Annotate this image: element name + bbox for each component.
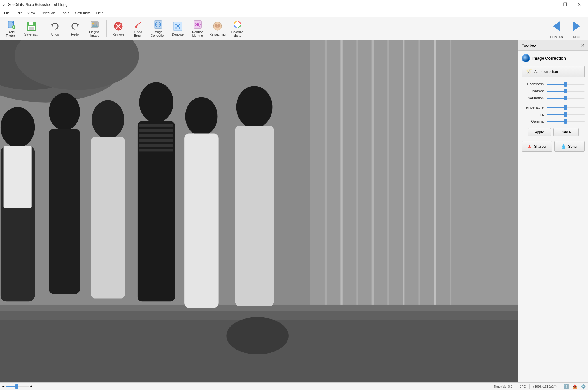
remove-icon — [113, 21, 124, 31]
svg-marker-10 — [51, 24, 53, 26]
sharpen-button[interactable]: 🔺 Sharpen — [522, 141, 552, 152]
file-dimensions: (1998x1312x24) — [533, 385, 557, 388]
saturation-slider[interactable] — [547, 98, 585, 99]
temperature-slider[interactable] — [547, 107, 585, 108]
window-title: SoftOrbits Photo Retoucher - old-5.jpg — [8, 3, 67, 7]
menu-view[interactable]: View — [24, 10, 38, 16]
svg-rect-68 — [139, 134, 173, 137]
canvas-area[interactable] — [0, 40, 518, 382]
contrast-slider[interactable] — [547, 91, 585, 92]
maximize-button[interactable]: ❐ — [558, 0, 572, 9]
colorize-photo-button[interactable]: Colorize photo — [228, 18, 247, 39]
title-bar-controls: — ❐ ✕ — [544, 0, 586, 9]
gamma-row: Gamma — [522, 119, 585, 123]
svg-rect-9 — [29, 27, 34, 30]
status-bar: − + Time (s): 0.0 JPG (1998x1312x24) ℹ️ … — [0, 382, 588, 390]
sharpen-soften-row: 🔺 Sharpen 💧 Soften — [522, 141, 585, 152]
image-correction-button[interactable]: Image Correction — [149, 18, 167, 39]
zoom-slider[interactable] — [6, 386, 29, 387]
undo-brush-label: Undo Brush — [130, 30, 146, 37]
sharpen-label: Sharpen — [534, 144, 547, 149]
correction-section-title: Image Correction — [532, 56, 566, 61]
menu-softorbits[interactable]: SoftOrbits — [72, 10, 93, 16]
status-separator-2 — [516, 384, 516, 389]
next-button[interactable]: Next — [567, 18, 586, 39]
sharpen-icon: 🔺 — [526, 144, 532, 149]
svg-rect-66 — [139, 124, 173, 127]
svg-point-30 — [179, 27, 180, 29]
main-area: Toolbox ✕ Image Co — [0, 40, 588, 382]
svg-point-60 — [49, 93, 80, 130]
brightness-row: Brightness — [522, 82, 585, 86]
save-as-button[interactable]: Save as... — [22, 18, 41, 39]
auto-correction-button[interactable]: 🪄 Auto correction — [522, 66, 585, 77]
denoise-label: Denoise — [172, 33, 184, 36]
undo-button[interactable]: Undo — [46, 18, 64, 39]
menu-selection[interactable]: Selection — [38, 10, 58, 16]
gamma-slider[interactable] — [547, 121, 585, 122]
toolbox-content: Image Correction 🪄 Auto correction Brigh… — [518, 51, 588, 382]
cancel-button[interactable]: Cancel — [553, 128, 579, 136]
menu-help[interactable]: Help — [94, 10, 107, 16]
remove-label: Remove — [113, 33, 124, 36]
undo-brush-button[interactable]: Undo Brush — [129, 18, 148, 39]
colorize-photo-label: Colorize photo — [229, 30, 245, 37]
svg-point-29 — [175, 27, 177, 29]
toolbox-panel: Toolbox ✕ Image Co — [518, 40, 588, 382]
denoise-icon — [173, 21, 183, 31]
svg-rect-65 — [138, 121, 175, 302]
soften-button[interactable]: 💧 Soften — [554, 141, 585, 152]
tint-slider[interactable] — [547, 114, 585, 115]
svg-rect-7 — [29, 22, 33, 25]
previous-label: Previous — [550, 35, 563, 38]
menu-file[interactable]: File — [1, 10, 13, 16]
settings-icon-button[interactable]: ⚙️ — [581, 384, 586, 389]
saturation-row: Saturation — [522, 96, 585, 100]
svg-rect-73 — [184, 133, 219, 308]
brightness-slider[interactable] — [547, 84, 585, 85]
denoise-button[interactable]: Denoise — [168, 18, 187, 39]
soften-label: Soften — [568, 144, 578, 149]
temperature-label: Temperature — [522, 105, 547, 110]
zoom-out-button[interactable]: − — [2, 384, 5, 389]
svg-marker-39 — [553, 21, 560, 31]
info-icon-button[interactable]: ℹ️ — [564, 384, 569, 389]
remove-button[interactable]: Remove — [109, 18, 128, 39]
apply-button[interactable]: Apply — [528, 128, 551, 136]
gamma-label: Gamma — [522, 119, 547, 123]
file-format: JPG — [520, 385, 526, 388]
undo-label: Undo — [51, 33, 59, 36]
add-files-label: Add File(s)... — [4, 30, 20, 37]
toolbox-header: Toolbox ✕ — [518, 40, 588, 51]
svg-rect-70 — [139, 144, 173, 147]
toolbar-separator-1 — [43, 20, 43, 37]
retouching-icon — [212, 21, 223, 31]
status-right: Time (s): 0.0 JPG (1998x1312x24) ℹ️ 📤 ⚙️ — [494, 384, 586, 389]
previous-button[interactable]: Previous — [547, 18, 566, 39]
menu-tools[interactable]: Tools — [58, 10, 72, 16]
photo-scene — [0, 40, 518, 382]
close-button[interactable]: ✕ — [572, 0, 586, 9]
wand-icon: 🪄 — [526, 68, 532, 75]
tint-label: Tint — [522, 112, 547, 117]
apply-cancel-row: Apply Cancel — [522, 128, 585, 136]
toolbar-nav: Previous Next — [547, 18, 586, 39]
share-icon-button[interactable]: 📤 — [572, 384, 577, 389]
svg-point-34 — [213, 22, 222, 30]
retouching-button[interactable]: Retouching — [208, 18, 227, 39]
next-icon — [569, 19, 584, 34]
redo-button[interactable]: Redo — [66, 18, 84, 39]
soften-icon: 💧 — [561, 144, 566, 149]
status-separator-3 — [529, 384, 530, 389]
menu-edit[interactable]: Edit — [13, 10, 24, 16]
minimize-button[interactable]: — — [544, 0, 558, 9]
original-image-button[interactable]: Original Image — [85, 18, 104, 39]
contrast-row: Contrast — [522, 89, 585, 93]
app-icon: 🖼 — [2, 2, 6, 7]
menu-bar: File Edit View Selection Tools SoftOrbit… — [0, 9, 588, 17]
zoom-in-button[interactable]: + — [30, 384, 33, 389]
add-files-button[interactable]: Add File(s)... — [2, 18, 21, 39]
toolbox-close-button[interactable]: ✕ — [581, 43, 585, 48]
svg-marker-11 — [77, 24, 79, 26]
reduce-blurring-button[interactable]: Reduce blurring — [188, 18, 207, 39]
